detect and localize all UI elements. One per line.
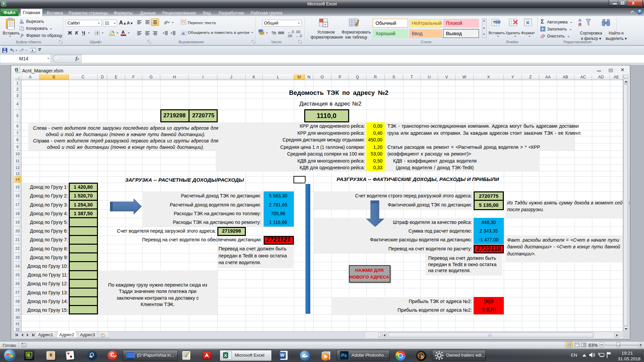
svg-text:a: a [182, 32, 184, 35]
svg-text:S: S [421, 355, 424, 359]
svg-text:X: X [16, 68, 18, 72]
svg-text:ab: ab [163, 19, 169, 25]
svg-text:X: X [224, 353, 227, 358]
